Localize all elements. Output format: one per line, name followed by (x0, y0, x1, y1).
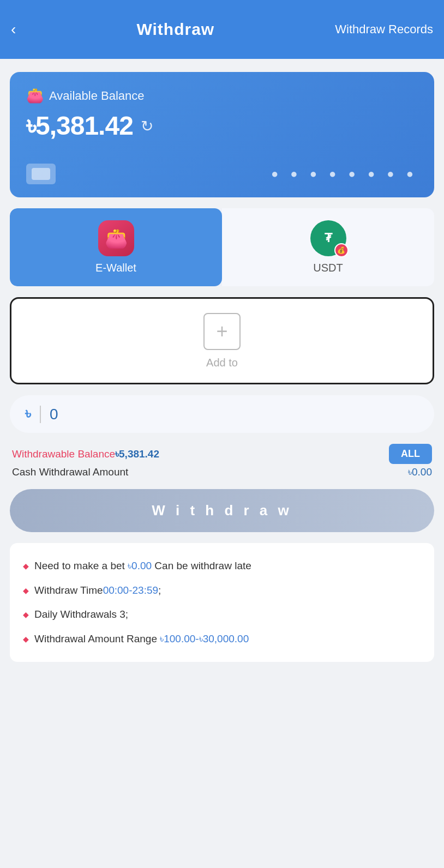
withdrawable-label: Withdrawable Balance৳5,381.42 (12, 448, 159, 460)
withdraw-records-link[interactable]: Withdraw Records (335, 22, 433, 37)
taka-symbol-icon: ৳ (25, 405, 31, 423)
info-box: ◆ Need to make a bet ৳0.00 Can be withdr… (10, 543, 434, 662)
info-item-bet: ◆ Need to make a bet ৳0.00 Can be withdr… (23, 558, 421, 574)
withdrawable-amount: ৳5,381.42 (115, 448, 159, 460)
amount-input[interactable]: 0 (50, 406, 58, 423)
info-item-range: ◆ Withdrawal Amount Range ৳100.00-৳30,00… (23, 631, 421, 647)
balance-card: 👛 Available Balance ৳5,381.42 ↻ ● ● ● ● … (10, 72, 434, 197)
usdt-tab-label: USDT (313, 262, 343, 274)
cash-withdrawal-amount: ৳0.00 (408, 466, 432, 478)
card-bottom: ● ● ● ● ● ● ● ● (26, 164, 418, 184)
diamond-icon-2: ◆ (23, 585, 29, 596)
balance-amount-row: ৳5,381.42 ↻ (26, 111, 418, 142)
add-to-box[interactable]: + Add to (10, 297, 434, 384)
available-balance-label: Available Balance (49, 89, 145, 103)
diamond-icon-3: ◆ (23, 609, 29, 620)
all-button[interactable]: ALL (389, 444, 432, 464)
payment-method-tabs: 👛 E-Wallet ₮ 💰 USDT (10, 208, 434, 286)
ewallet-tab-label: E-Wallet (95, 262, 136, 274)
withdraw-button[interactable]: W i t h d r a w (10, 489, 434, 532)
add-to-label: Add to (206, 357, 238, 369)
tab-usdt[interactable]: ₮ 💰 USDT (222, 208, 434, 286)
withdrawable-balance-row: Withdrawable Balance৳5,381.42 ALL (10, 444, 434, 464)
add-plus-icon: + (203, 313, 241, 350)
balance-amount: ৳5,381.42 (26, 111, 133, 142)
divider (40, 406, 41, 423)
card-mask-dots: ● ● ● ● ● ● ● ● (271, 167, 418, 181)
page-title: Withdraw (136, 20, 214, 39)
ewallet-icon: 👛 (98, 220, 134, 256)
info-text-3: Daily Withdrawals 3; (34, 607, 128, 623)
back-button[interactable]: ‹ (11, 21, 16, 38)
wallet-emoji-icon: 👛 (26, 87, 44, 104)
diamond-icon-1: ◆ (23, 560, 29, 572)
diamond-icon-4: ◆ (23, 634, 29, 645)
balance-label-row: 👛 Available Balance (26, 87, 418, 104)
main-content: 👛 Available Balance ৳5,381.42 ↻ ● ● ● ● … (0, 59, 444, 675)
balance-info-section: Withdrawable Balance৳5,381.42 ALL Cash W… (10, 444, 434, 478)
info-item-daily: ◆ Daily Withdrawals 3; (23, 607, 421, 623)
refresh-icon[interactable]: ↻ (141, 117, 153, 135)
header: ‹ Withdraw Withdraw Records (0, 0, 444, 59)
cash-withdrawal-label: Cash Withdrawal Amount (12, 466, 128, 478)
usdt-badge-icon: 💰 (334, 243, 349, 257)
cash-withdrawal-row: Cash Withdrawal Amount ৳0.00 (10, 466, 434, 478)
card-wallet-icon (26, 164, 56, 184)
info-text-2: Withdraw Time00:00-23:59; (34, 583, 161, 599)
info-text-1: Need to make a bet ৳0.00 Can be withdraw… (34, 558, 251, 574)
info-item-time: ◆ Withdraw Time00:00-23:59; (23, 583, 421, 599)
usdt-icon: ₮ 💰 (310, 220, 346, 256)
amount-input-row: ৳ 0 (10, 395, 434, 433)
tab-ewallet[interactable]: 👛 E-Wallet (10, 208, 222, 286)
info-text-4: Withdrawal Amount Range ৳100.00-৳30,000.… (34, 631, 249, 647)
